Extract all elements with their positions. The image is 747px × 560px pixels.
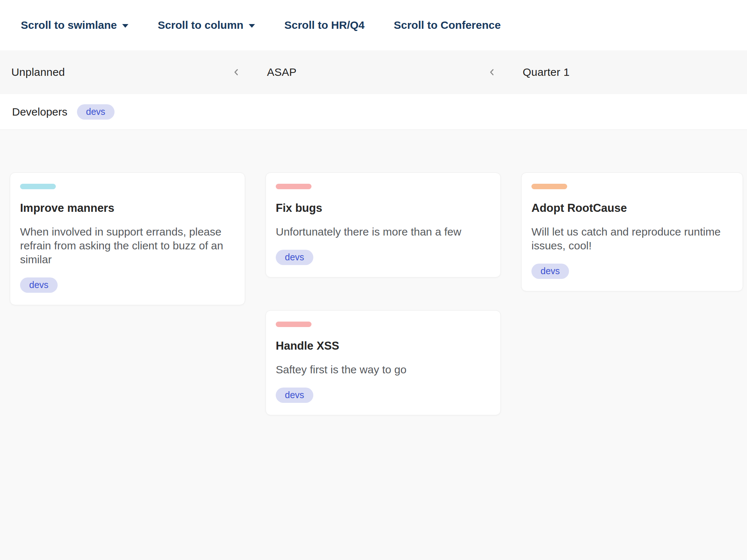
column-title: Unplanned xyxy=(11,66,65,78)
swimlane-tag-badge: devs xyxy=(77,104,115,120)
card-title: Fix bugs xyxy=(276,201,491,215)
card-color-bar xyxy=(20,184,56,189)
scroll-to-swimlane-label: Scroll to swimlane xyxy=(21,19,117,31)
card-tag-badge: devs xyxy=(276,388,313,403)
column-header-row: Unplanned ASAP Quarter 1 xyxy=(0,50,747,94)
column-title: Quarter 1 xyxy=(523,66,570,78)
lane-unplanned: Improve manners When involved in support… xyxy=(0,172,256,560)
column-header-unplanned: Unplanned xyxy=(0,50,256,94)
column-scroll-left-button[interactable] xyxy=(232,67,241,77)
scroll-to-hr-q4-label: Scroll to HR/Q4 xyxy=(284,19,364,31)
lane-asap: Fix bugs Unfortunately there is more tha… xyxy=(256,172,511,560)
scroll-to-swimlane-button[interactable]: Scroll to swimlane xyxy=(21,19,128,31)
scroll-to-column-label: Scroll to column xyxy=(158,19,243,31)
column-header-quarter-1: Quarter 1 xyxy=(511,50,747,94)
card-tag-badge: devs xyxy=(276,250,313,265)
scroll-to-hr-q4-button[interactable]: Scroll to HR/Q4 xyxy=(284,19,364,31)
card-description: When involved in support errands, please… xyxy=(20,225,235,267)
chevron-left-icon xyxy=(487,67,497,77)
scroll-to-conference-label: Scroll to Conference xyxy=(394,19,501,31)
toolbar: Scroll to swimlane Scroll to column Scro… xyxy=(0,0,747,50)
lane-quarter-1: Adopt RootCause Will let us catch and re… xyxy=(511,172,747,560)
card-description: Saftey first is the way to go xyxy=(276,363,491,377)
kanban-app: Scroll to swimlane Scroll to column Scro… xyxy=(0,0,747,560)
card-adopt-rootcause[interactable]: Adopt RootCause Will let us catch and re… xyxy=(521,172,743,291)
card-handle-xss[interactable]: Handle XSS Saftey first is the way to go… xyxy=(266,310,501,415)
swimlane-title: Developers xyxy=(12,106,67,118)
swimlane-header-developers: Developers devs xyxy=(0,94,747,130)
column-title: ASAP xyxy=(267,66,297,78)
board: Improve manners When involved in support… xyxy=(0,130,747,560)
caret-down-icon xyxy=(249,24,255,28)
scroll-to-column-button[interactable]: Scroll to column xyxy=(158,19,255,31)
card-description: Unfortunately there is more than a few xyxy=(276,225,491,239)
caret-down-icon xyxy=(122,24,128,28)
card-tag-badge: devs xyxy=(531,264,569,279)
card-color-bar xyxy=(276,184,311,189)
scroll-to-conference-button[interactable]: Scroll to Conference xyxy=(394,19,501,31)
card-title: Improve manners xyxy=(20,201,235,215)
card-description: Will let us catch and reproduce runtime … xyxy=(531,225,733,253)
card-color-bar xyxy=(276,322,311,327)
chevron-left-icon xyxy=(232,67,241,77)
card-title: Handle XSS xyxy=(276,339,491,353)
card-fix-bugs[interactable]: Fix bugs Unfortunately there is more tha… xyxy=(266,172,501,277)
column-scroll-left-button[interactable] xyxy=(487,67,497,77)
card-improve-manners[interactable]: Improve manners When involved in support… xyxy=(10,172,245,305)
card-title: Adopt RootCause xyxy=(531,201,733,215)
card-color-bar xyxy=(531,184,567,189)
card-tag-badge: devs xyxy=(20,277,58,293)
column-header-asap: ASAP xyxy=(256,50,511,94)
